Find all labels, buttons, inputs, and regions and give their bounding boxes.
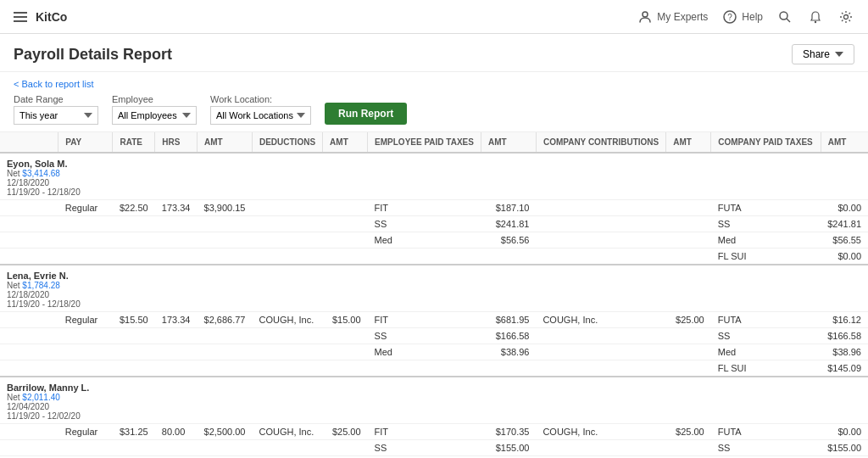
hamburger-icon[interactable] (14, 12, 27, 22)
table-cell (323, 328, 368, 344)
search-icon[interactable] (776, 8, 793, 25)
table-cell (113, 360, 155, 377)
brand-name: KitCo (36, 10, 67, 24)
table-cell: $25.00 (666, 312, 711, 328)
table-cell: $241.81 (821, 216, 868, 232)
th-damt: AMT (323, 132, 368, 153)
th-pay: PAY (58, 132, 113, 153)
table-cell: $3,900.15 (197, 200, 252, 216)
table-cell (58, 360, 113, 377)
work-location-select[interactable]: All Work Locations (210, 106, 311, 125)
employee-date1: 12/18/2020 (7, 178, 861, 187)
table-cell (666, 344, 711, 360)
table-row: Med$38.96Med$38.96 (0, 344, 868, 360)
table-cell: Med (711, 344, 821, 360)
table-cell (113, 216, 155, 232)
table-cell (481, 249, 536, 265)
table-cell (536, 200, 665, 216)
table-cell (666, 232, 711, 249)
table-row: Med$56.56Med$56.55 (0, 232, 868, 249)
employee-select[interactable]: All Employees (112, 106, 197, 125)
table-cell (155, 249, 198, 265)
table-cell (368, 360, 481, 377)
table-row: SS$166.58SS$166.58 (0, 328, 868, 344)
table-cell (0, 360, 58, 377)
person-icon (637, 8, 654, 25)
table-cell (323, 232, 368, 249)
table-cell (0, 216, 58, 232)
table-cell (58, 440, 113, 456)
my-experts-label: My Experts (657, 11, 708, 23)
svg-point-3 (780, 12, 787, 20)
table-cell (113, 249, 155, 265)
table-cell: Regular (58, 312, 113, 328)
th-camt: AMT (666, 132, 711, 153)
table-cell: FUTA (711, 312, 821, 328)
table-cell: FL SUI (711, 249, 821, 265)
table-cell (197, 344, 252, 360)
svg-point-5 (815, 20, 816, 22)
table-cell (197, 360, 252, 377)
filters-bar: < Back to report list Date Range This ye… (0, 72, 868, 132)
share-button[interactable]: Share (792, 44, 854, 64)
th-empty (0, 132, 58, 153)
table-cell (666, 249, 711, 265)
date-range-filter: Date Range This year (14, 94, 98, 125)
table-cell: $170.35 (481, 424, 536, 440)
table-cell: Med (711, 232, 821, 249)
table-cell: $155.00 (821, 440, 868, 456)
th-hrs: HRS (155, 132, 198, 153)
settings-icon[interactable] (837, 8, 854, 25)
back-link[interactable]: < Back to report list (14, 79, 854, 89)
table-cell (252, 232, 322, 249)
my-experts-nav[interactable]: My Experts (637, 8, 708, 25)
table-cell (252, 249, 322, 265)
table-cell (197, 440, 252, 456)
table-cell (536, 249, 665, 265)
table-cell (536, 328, 665, 344)
table-cell: 173.34 (155, 200, 198, 216)
svg-point-0 (643, 12, 648, 17)
table-cell (0, 344, 58, 360)
run-report-button[interactable]: Run Report (325, 103, 407, 125)
table-cell: $25.00 (666, 424, 711, 440)
employee-info-row: Eyon, Sola M. Net $3,414.68 12/18/2020 1… (0, 153, 868, 200)
table-cell: FIT (368, 424, 481, 440)
table-cell: $16.12 (821, 312, 868, 328)
employee-net: Net $1,784.28 (7, 281, 861, 290)
table-cell (536, 344, 665, 360)
help-nav[interactable]: ? Help (721, 8, 763, 25)
table-cell (58, 216, 113, 232)
table-cell (252, 440, 322, 456)
work-location-filter: Work Location: All Work Locations (210, 94, 311, 125)
table-cell (155, 344, 198, 360)
table-cell (323, 200, 368, 216)
table-cell: SS (711, 440, 821, 456)
table-cell (252, 216, 322, 232)
payroll-table: PAY RATE HRS AMT DEDUCTIONS AMT EMPLOYEE… (0, 132, 868, 458)
employee-name: Lena, Evrie N. (7, 271, 861, 281)
table-cell (323, 249, 368, 265)
date-range-select[interactable]: This year (14, 106, 98, 125)
table-cell (323, 360, 368, 377)
table-row: SS$155.00SS$155.00 (0, 440, 868, 456)
table-cell (113, 344, 155, 360)
table-cell: $38.96 (821, 344, 868, 360)
table-cell: $38.96 (481, 344, 536, 360)
table-cell: $681.95 (481, 312, 536, 328)
table-cell (0, 424, 58, 440)
table-cell: SS (711, 216, 821, 232)
table-cell: SS (368, 328, 481, 344)
employee-info-row: Lena, Evrie N. Net $1,784.28 12/18/2020 … (0, 265, 868, 312)
table-row: FL SUI$0.00 (0, 249, 868, 265)
table-cell: $187.10 (481, 200, 536, 216)
page-title: Payroll Details Report (14, 46, 172, 64)
payroll-table-container: PAY RATE HRS AMT DEDUCTIONS AMT EMPLOYEE… (0, 132, 868, 458)
table-cell: FUTA (711, 424, 821, 440)
employee-net: Net $2,011.40 (7, 393, 861, 402)
table-cell (252, 344, 322, 360)
table-cell (155, 440, 198, 456)
table-cell: $166.58 (821, 328, 868, 344)
bell-icon[interactable] (807, 8, 824, 25)
top-nav: KitCo My Experts ? Help (0, 0, 868, 34)
